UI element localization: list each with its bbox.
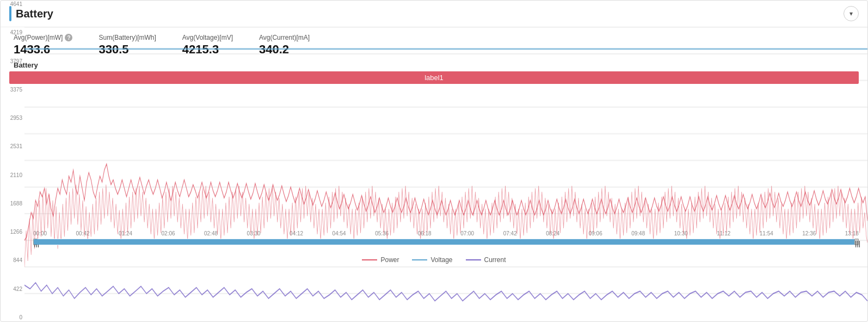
y-axis-label: 2953 bbox=[10, 116, 22, 121]
chart-section: Battery label1 4641421937973375295325312… bbox=[1, 61, 867, 253]
y-axis-label: 422 bbox=[13, 287, 22, 292]
y-axis-label: 2531 bbox=[10, 144, 22, 149]
chart-label-bar: label1 bbox=[9, 71, 859, 84]
y-axis-label: 844 bbox=[13, 258, 22, 263]
y-axis-label: 4641 bbox=[10, 2, 22, 7]
y-axis-label: 2110 bbox=[10, 173, 22, 178]
scrollbar-track: ||| ||| bbox=[33, 239, 859, 245]
chart-svg bbox=[24, 1, 867, 321]
y-axis-label: 0 bbox=[19, 315, 22, 320]
chart-plot bbox=[24, 1, 867, 321]
y-axis-label: 4219 bbox=[10, 30, 22, 35]
scrollbar-thumb[interactable] bbox=[34, 239, 858, 245]
battery-panel: Battery ▾ Avg(Power)[mW] ? 1433.6 Sum(Ba… bbox=[0, 0, 868, 322]
current-line bbox=[24, 283, 867, 301]
y-axis-label: 3375 bbox=[10, 87, 22, 93]
power-spikes bbox=[24, 185, 867, 267]
y-axis-label: 1688 bbox=[10, 201, 22, 206]
scrollbar-handle-right[interactable]: ||| bbox=[854, 239, 859, 245]
y-axis-label: 3797 bbox=[10, 59, 22, 64]
y-axis-label: 1266 bbox=[10, 229, 22, 235]
y-axis: 4641421937973375295325312110168812668444… bbox=[1, 1, 24, 321]
